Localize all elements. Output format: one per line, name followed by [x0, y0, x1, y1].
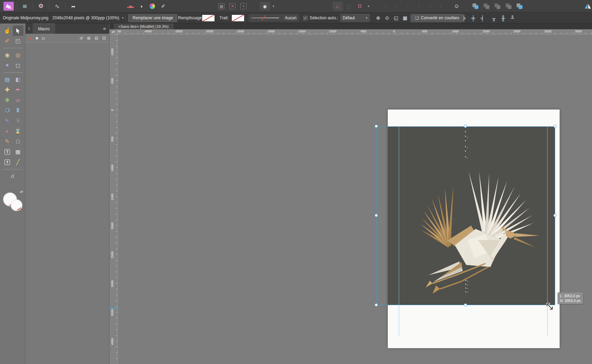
stroke-colour-swatch[interactable]	[231, 14, 245, 22]
liquify-persona-icon[interactable]: ≋	[20, 2, 30, 11]
frame-text-tool[interactable]: T	[2, 157, 13, 167]
panel-menu-icon[interactable]: ≡	[103, 26, 106, 31]
move-tool[interactable]	[13, 25, 23, 36]
boolean-add-icon[interactable]	[470, 2, 481, 11]
select-all-icon[interactable]: ▨	[216, 2, 227, 11]
stroke-colour-well[interactable]	[11, 199, 22, 211]
ruler-tool[interactable]: ╱	[13, 157, 23, 167]
align-middle-icon[interactable]: ╫	[499, 14, 507, 22]
colour-wells[interactable]: ⇄	[2, 190, 23, 212]
develop-persona-icon[interactable]: ❂	[36, 2, 46, 11]
view-tool[interactable]: ☝	[2, 25, 13, 36]
healing-brush-tool[interactable]: ✚	[2, 85, 13, 95]
snapping-chevron-icon[interactable]: ▾	[366, 2, 371, 11]
smudge-tool[interactable]: ➷	[2, 116, 13, 126]
play-macro-icon[interactable]: ▷	[42, 36, 45, 41]
show-alignment-handles-icon[interactable]: ⊙	[383, 14, 391, 22]
canvas-viewport[interactable]: L: 3053,4 px H: 3053,4 px	[118, 34, 592, 364]
auto-select-checkbox[interactable]: ✓	[303, 16, 308, 20]
image-dimensions-dropdown[interactable]: 2048x2048 pixels @ 300ppp (100%) ▾	[52, 14, 124, 22]
burn-tool[interactable]: ◐	[2, 126, 13, 136]
dodge-tool[interactable]: ☟	[13, 116, 23, 126]
boolean-intersect-icon[interactable]	[492, 2, 503, 11]
flood-select-tool[interactable]: ✦	[2, 60, 13, 71]
selection-handle[interactable]	[375, 125, 378, 128]
liquify-tool[interactable]: ⌛	[13, 126, 23, 136]
align-top-icon[interactable]: ╥	[490, 14, 498, 22]
photo-persona-icon[interactable]	[3, 2, 14, 11]
record-macro-icon[interactable]: ●	[29, 36, 31, 41]
selection-handle[interactable]	[375, 214, 378, 217]
selection-handle[interactable]	[553, 125, 557, 128]
selection-handle[interactable]	[375, 303, 378, 306]
arrange-back-icon[interactable]: ▫	[381, 2, 391, 11]
mesh-warp-tool[interactable]: ▦	[13, 147, 23, 157]
reset-macro-icon[interactable]: ↺	[80, 36, 83, 41]
paint-brush-tool[interactable]: ✒	[13, 85, 23, 95]
boolean-combine-icon[interactable]	[515, 2, 525, 11]
auto-contrast-icon[interactable]: ◑	[136, 2, 146, 11]
replace-image-button[interactable]: Remplacer une image	[128, 14, 177, 22]
add-macro-step-icon[interactable]: ⊞	[87, 36, 91, 41]
selection-handle[interactable]	[464, 303, 467, 306]
stop-macro-icon[interactable]: ■	[35, 36, 38, 41]
transform-origin-icon[interactable]: ◱	[392, 14, 400, 22]
insert-inside-icon[interactable]: ▫	[425, 2, 435, 11]
auto-colours-icon[interactable]	[147, 2, 157, 11]
vertical-ruler[interactable]: -1000-5000500100015002000250030003500400…	[110, 34, 118, 364]
shape-tool[interactable]: □	[13, 136, 23, 147]
pen-tool[interactable]: ✎	[2, 136, 13, 147]
panel-drag-handle[interactable]: ‖	[28, 27, 30, 31]
arrange-front-icon[interactable]: ▫	[414, 2, 424, 11]
auto-white-balance-icon[interactable]: ✐	[158, 2, 168, 11]
swap-colours-icon[interactable]: ⇄	[20, 190, 23, 194]
boolean-subtract-icon[interactable]	[481, 2, 492, 11]
eraser-tool[interactable]: ▱	[13, 95, 23, 105]
align-bottom-icon[interactable]: ╨	[508, 14, 517, 22]
place-image-tool[interactable]: ▤	[2, 74, 13, 85]
arrange-forward-icon[interactable]: ▫	[403, 2, 413, 11]
deselect-icon[interactable]: ✕	[227, 2, 238, 11]
cycle-selection-box-icon[interactable]: ⊕	[374, 14, 382, 22]
blur-tool[interactable]: ❍	[2, 105, 13, 116]
align-left-icon[interactable]: ╞	[460, 14, 468, 22]
quick-mask-chevron-icon[interactable]: ▾	[271, 2, 276, 11]
arrange-backward-icon[interactable]: ▫	[392, 2, 402, 11]
snap-candidates-icon[interactable]: ▢	[344, 2, 354, 11]
rectangular-marquee-tool[interactable]: ◻	[13, 60, 23, 71]
document-tab[interactable]: <Sans titre> [Modifié] (18.3%)	[114, 23, 174, 29]
clone-stamp-tool[interactable]: ❉	[2, 95, 13, 105]
assistant-icon[interactable]: ☺	[451, 2, 462, 11]
snapping-manager-icon[interactable]: ∟	[333, 2, 343, 11]
stroke-style-dropdown[interactable]: Aucun	[282, 14, 299, 22]
invert-selection-icon[interactable]: ▪	[238, 2, 249, 11]
hide-selection-grid-icon[interactable]: ▦	[401, 14, 409, 22]
align-right-icon[interactable]: ╡	[478, 14, 487, 22]
macro-tab[interactable]: Macro	[33, 23, 55, 34]
selection-bounding-box[interactable]	[376, 126, 555, 305]
insert-behind-icon[interactable]: ▫	[436, 2, 446, 11]
selection-handle[interactable]	[464, 125, 467, 128]
artistic-text-tool[interactable]: T	[2, 147, 13, 157]
boolean-xor-icon[interactable]	[503, 2, 514, 11]
export-persona-icon[interactable]: ➦	[68, 2, 79, 11]
fill-colour-swatch[interactable]	[202, 14, 215, 22]
flip-horizontal-icon[interactable]	[583, 2, 592, 11]
export-macro-icon[interactable]: ⊟	[95, 36, 98, 41]
quick-mask-icon[interactable]: ◉	[260, 2, 270, 11]
import-macro-icon[interactable]: ⊡	[102, 36, 106, 41]
selection-handle[interactable]	[553, 214, 557, 217]
zoom-tool[interactable]: ☌	[7, 171, 18, 181]
stamp-tool[interactable]: ♜	[13, 105, 23, 116]
auto-select-mode-dropdown[interactable]: Défaut ▾	[340, 14, 370, 22]
stroke-width-widget[interactable]	[249, 14, 282, 22]
fill-gradient-tool[interactable]: ◧	[13, 74, 23, 85]
colour-picker-tool[interactable]: ✐	[2, 36, 13, 46]
horizontal-ruler[interactable]: -4500-4000-3500-3000-2500-2000-1500-1000…	[118, 29, 592, 34]
auto-levels-icon[interactable]: ▂▅▃	[125, 2, 135, 11]
selection-brush-tool[interactable]: ◉	[2, 50, 13, 60]
magnet-snapping-icon[interactable]: Ω	[355, 2, 365, 11]
convert-to-curves-button[interactable]: ❏ Convertir en courbes	[411, 14, 464, 22]
align-center-icon[interactable]: ╪	[469, 14, 477, 22]
crop-tool[interactable]: ◰	[13, 36, 23, 46]
